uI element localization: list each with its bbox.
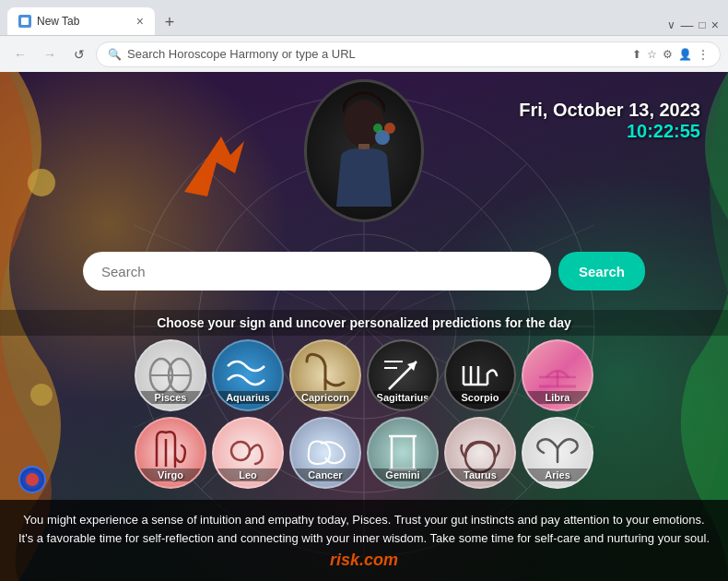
zodiac-pisces[interactable]: Pisces: [135, 339, 206, 411]
capricorn-label: Capricorn: [291, 391, 359, 404]
zodiac-row-2: Virgo Leo Cancer Gemini: [72, 417, 656, 489]
browser-chrome: New Tab × + ∨ — □ × ← → ↺ 🔍 Search Horos…: [0, 0, 728, 72]
bookmark-icon[interactable]: ☆: [647, 48, 657, 61]
tab-close-button[interactable]: ×: [136, 15, 144, 28]
zodiac-scorpio[interactable]: Scorpio: [444, 339, 516, 411]
leo-label: Leo: [214, 468, 282, 481]
svg-point-17: [373, 124, 382, 133]
forward-button[interactable]: →: [37, 42, 63, 67]
zodiac-gemini[interactable]: Gemini: [367, 417, 439, 489]
scorpio-label: Scorpio: [446, 391, 514, 404]
back-button[interactable]: ←: [7, 42, 33, 67]
cancer-circle[interactable]: Cancer: [289, 417, 361, 489]
sagittarius-circle[interactable]: Sagittarius: [367, 339, 439, 411]
window-close-button[interactable]: ×: [711, 18, 719, 32]
page-content: Fri, October 13, 2023 10:22:55 Search Ch…: [0, 72, 728, 581]
zodiac-virgo[interactable]: Virgo: [135, 417, 206, 489]
tab-title: New Tab: [37, 15, 129, 28]
libra-circle[interactable]: Libra: [522, 339, 593, 411]
profile-icon[interactable]: 👤: [678, 48, 692, 61]
cursor-indicator: [18, 466, 46, 493]
date-display: Fri, October 13, 2023: [519, 100, 700, 121]
address-text: Search Horoscope Harmony or type a URL: [127, 47, 627, 61]
aquarius-label: Aquarius: [214, 391, 282, 404]
zodiac-aries[interactable]: Aries: [522, 417, 593, 489]
description-text: You might experience a sense of intuitio…: [15, 511, 713, 547]
svg-point-33: [231, 442, 250, 460]
virgo-circle[interactable]: Virgo: [135, 417, 206, 489]
active-tab[interactable]: New Tab ×: [7, 7, 155, 35]
window-maximize-button[interactable]: □: [699, 18, 706, 31]
arrow-overlay: [175, 127, 249, 205]
aquarius-circle[interactable]: Aquarius: [212, 339, 284, 411]
description-box: You might experience a sense of intuitio…: [0, 500, 728, 581]
zodiac-row-1: Pisces Aquarius Capricorn Sagittarius: [72, 339, 656, 411]
aries-label: Aries: [523, 468, 592, 481]
tab-favicon: [18, 15, 31, 28]
search-icon: 🔍: [108, 48, 122, 61]
virgo-label: Virgo: [136, 468, 205, 481]
search-container: Search: [83, 252, 645, 290]
address-bar[interactable]: 🔍 Search Horoscope Harmony or type a URL…: [96, 42, 721, 67]
tagline-text: Choose your sign and uncover personalize…: [0, 310, 728, 336]
zodiac-aquarius[interactable]: Aquarius: [212, 339, 284, 411]
sagittarius-label: Sagittarius: [369, 391, 437, 404]
gemini-label: Gemini: [369, 468, 437, 481]
svg-marker-12: [184, 136, 244, 196]
pisces-circle[interactable]: Pisces: [135, 339, 206, 411]
datetime-box: Fri, October 13, 2023 10:22:55: [519, 100, 700, 142]
search-button[interactable]: Search: [558, 252, 645, 290]
cancer-label: Cancer: [291, 468, 359, 481]
new-tab-button[interactable]: +: [159, 11, 181, 33]
menu-icon[interactable]: ⋮: [698, 48, 709, 61]
svg-point-0: [28, 169, 55, 196]
gemini-circle[interactable]: Gemini: [367, 417, 439, 489]
scorpio-circle[interactable]: Scorpio: [444, 339, 516, 411]
libra-label: Libra: [523, 391, 592, 404]
zodiac-sagittarius[interactable]: Sagittarius: [367, 339, 439, 411]
taurus-label: Taurus: [446, 468, 514, 481]
zodiac-capricorn[interactable]: Capricorn: [289, 339, 361, 411]
watermark: risk.com: [15, 551, 713, 570]
pisces-label: Pisces: [136, 391, 205, 404]
address-bar-actions: ⬆ ☆ ⚙ 👤 ⋮: [632, 48, 709, 61]
extensions-icon[interactable]: ⚙: [663, 48, 673, 61]
cursor-dot-inner: [26, 473, 39, 486]
aries-circle[interactable]: Aries: [522, 417, 593, 489]
search-input[interactable]: [83, 252, 551, 290]
center-image: [304, 79, 424, 222]
refresh-button[interactable]: ↺: [66, 42, 92, 67]
zodiac-leo[interactable]: Leo: [212, 417, 284, 489]
svg-point-16: [384, 123, 395, 134]
time-display: 10:22:55: [519, 121, 700, 142]
window-minimize-button[interactable]: —: [681, 18, 694, 32]
capricorn-circle[interactable]: Capricorn: [289, 339, 361, 411]
nav-bar: ← → ↺ 🔍 Search Horoscope Harmony or type…: [0, 35, 728, 72]
zodiac-libra[interactable]: Libra: [522, 339, 593, 411]
share-icon[interactable]: ⬆: [632, 48, 641, 61]
svg-point-1: [30, 384, 53, 406]
leo-circle[interactable]: Leo: [212, 417, 284, 489]
taurus-circle[interactable]: Taurus: [444, 417, 516, 489]
zodiac-cancer[interactable]: Cancer: [289, 417, 361, 489]
zodiac-taurus[interactable]: Taurus: [444, 417, 516, 489]
window-collapse-button[interactable]: ∨: [667, 18, 675, 31]
